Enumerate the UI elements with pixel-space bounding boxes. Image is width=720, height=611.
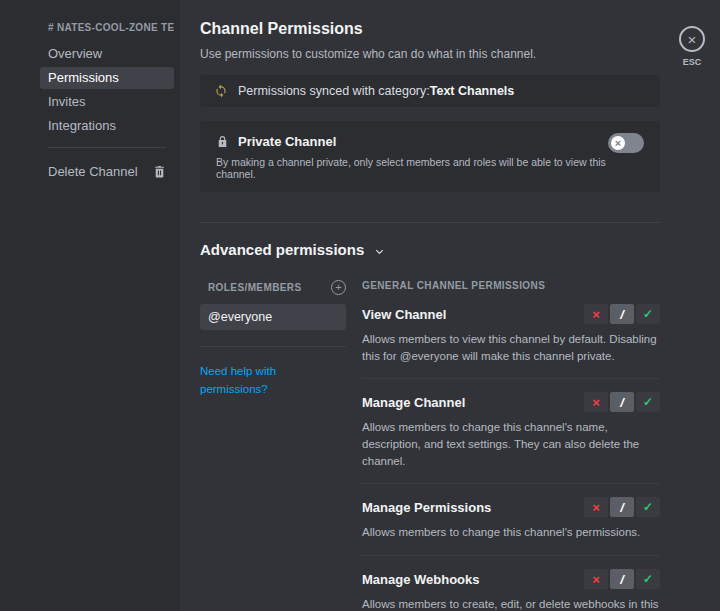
roles-divider	[200, 346, 346, 347]
permission-row-view-channel: View Channel × / ✓ Allows members to vie…	[362, 304, 660, 379]
private-channel-card: Private Channel × By making a channel pr…	[200, 121, 660, 192]
slash-icon: /	[620, 396, 624, 409]
passthrough-button[interactable]: /	[610, 304, 634, 324]
lock-icon	[216, 135, 229, 148]
check-icon: ✓	[643, 573, 653, 585]
deny-button[interactable]: ×	[584, 392, 608, 412]
roles-members-header: ROLES/MEMBERS	[208, 282, 302, 293]
page-title: Channel Permissions	[200, 20, 660, 38]
toggle-off-icon: ×	[611, 136, 625, 150]
permission-row-manage-channel: Manage Channel × / ✓ Allows members to c…	[362, 392, 660, 484]
sync-banner-text: Permissions synced with category:	[238, 84, 430, 98]
permissions-synced-banner: Permissions synced with category: Text C…	[200, 75, 660, 107]
chevron-down-icon	[374, 246, 385, 257]
settings-sidebar: # NATES-COOL-ZONE TEXT CH. Overview Perm…	[0, 0, 180, 611]
channel-permissions-panel: Channel Permissions Use permissions to c…	[180, 0, 720, 611]
x-icon: ×	[592, 308, 600, 321]
permission-description: Allows members to change this channel's …	[362, 419, 660, 469]
passthrough-button[interactable]: /	[610, 497, 634, 517]
permission-name: Manage Webhooks	[362, 572, 480, 587]
role-item-everyone[interactable]: @everyone	[200, 304, 346, 330]
row-divider	[362, 483, 660, 484]
plus-icon: +	[335, 282, 341, 293]
passthrough-button[interactable]: /	[610, 569, 634, 589]
x-icon: ×	[592, 396, 600, 409]
slash-icon: /	[620, 501, 624, 514]
permission-name: View Channel	[362, 307, 446, 322]
sidebar-divider	[48, 147, 166, 148]
permission-row-manage-permissions: Manage Permissions × / ✓ Allows members …	[362, 497, 660, 556]
deny-button[interactable]: ×	[584, 304, 608, 324]
sync-banner-category: Text Channels	[430, 84, 515, 98]
deny-button[interactable]: ×	[584, 497, 608, 517]
deny-button[interactable]: ×	[584, 569, 608, 589]
passthrough-button[interactable]: /	[610, 392, 634, 412]
close-icon: ×	[688, 32, 697, 47]
sidebar-item-delete-channel[interactable]: Delete Channel	[40, 160, 174, 183]
permission-description: Allows members to change this channel's …	[362, 524, 660, 541]
sidebar-item-invites[interactable]: Invites	[40, 91, 174, 113]
check-icon: ✓	[643, 396, 653, 408]
allow-button[interactable]: ✓	[636, 569, 660, 589]
check-icon: ✓	[643, 501, 653, 513]
permission-name: Manage Permissions	[362, 500, 491, 515]
close-settings-button[interactable]: × ESC	[674, 26, 710, 67]
general-permissions-header: GENERAL CHANNEL PERMISSIONS	[362, 280, 660, 291]
sidebar-item-integrations[interactable]: Integrations	[40, 115, 174, 137]
delete-channel-label: Delete Channel	[48, 164, 138, 179]
permissions-help-link[interactable]: Need help with permissions?	[200, 365, 276, 395]
permission-name: Manage Channel	[362, 395, 465, 410]
allow-button[interactable]: ✓	[636, 304, 660, 324]
sidebar-item-permissions[interactable]: Permissions	[40, 67, 174, 89]
x-icon: ×	[592, 573, 600, 586]
advanced-permissions-header[interactable]: Advanced permissions	[200, 241, 660, 258]
allow-button[interactable]: ✓	[636, 497, 660, 517]
channel-name-header: # NATES-COOL-ZONE TEXT CH.	[40, 22, 174, 33]
advanced-permissions-title: Advanced permissions	[200, 241, 364, 258]
private-channel-title: Private Channel	[238, 134, 336, 149]
roles-members-column: ROLES/MEMBERS + @everyone Need help with…	[200, 280, 346, 611]
private-channel-description: By making a channel private, only select…	[216, 156, 644, 180]
sidebar-item-overview[interactable]: Overview	[40, 43, 174, 65]
add-role-button[interactable]: +	[331, 280, 346, 295]
slash-icon: /	[620, 308, 624, 321]
sync-icon	[214, 84, 228, 98]
permission-description: Allows members to create, edit, or delet…	[362, 596, 660, 611]
permissions-column: GENERAL CHANNEL PERMISSIONS View Channel…	[362, 280, 660, 611]
trash-icon	[153, 165, 166, 178]
slash-icon: /	[620, 573, 624, 586]
section-divider	[200, 222, 660, 223]
permission-row-manage-webhooks: Manage Webhooks × / ✓ Allows members to …	[362, 569, 660, 611]
check-icon: ✓	[643, 308, 653, 320]
row-divider	[362, 378, 660, 379]
permission-description: Allows members to view this channel by d…	[362, 331, 660, 364]
row-divider	[362, 555, 660, 556]
esc-label: ESC	[683, 57, 702, 67]
private-channel-toggle[interactable]: ×	[608, 133, 644, 153]
x-icon: ×	[592, 501, 600, 514]
allow-button[interactable]: ✓	[636, 392, 660, 412]
page-subtitle: Use permissions to customize who can do …	[200, 47, 660, 61]
